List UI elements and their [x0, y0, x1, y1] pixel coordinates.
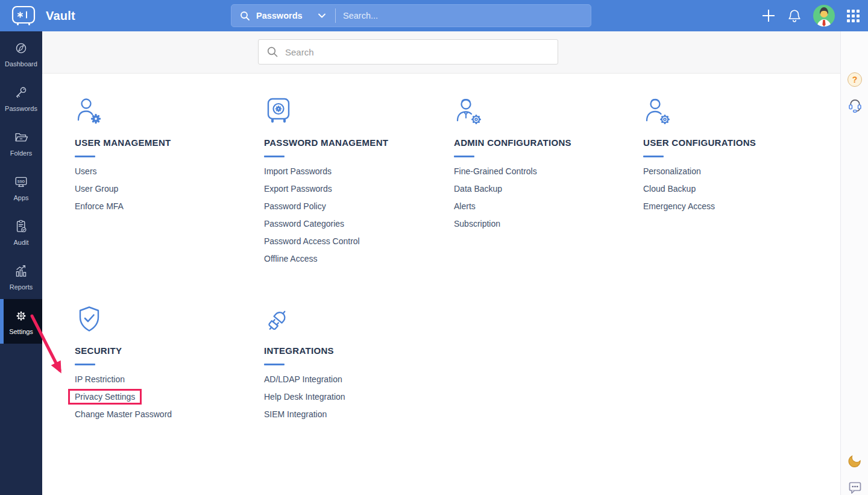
title-underline [454, 156, 474, 157]
link-emergency-access[interactable]: Emergency Access [643, 201, 715, 211]
section-user-management: USER MANAGEMENT Users User Group Enforce… [75, 96, 256, 215]
sidebar-item-apps[interactable]: SSO Apps [0, 165, 42, 210]
bell-icon [788, 8, 801, 23]
section-links: Personalization Cloud Backup Emergency A… [643, 162, 824, 215]
add-button[interactable] [761, 8, 776, 23]
link-cloud-backup[interactable]: Cloud Backup [643, 184, 696, 194]
link-alerts[interactable]: Alerts [454, 201, 476, 211]
link-import-passwords[interactable]: Import Passwords [264, 166, 332, 176]
section-title: USER MANAGEMENT [75, 137, 256, 148]
sidebar-item-label: Settings [9, 328, 33, 335]
settings-content: USER MANAGEMENT Users User Group Enforce… [42, 31, 840, 495]
right-rail: ? [840, 31, 868, 495]
link-password-policy[interactable]: Password Policy [264, 201, 326, 211]
link-fine-grained-controls[interactable]: Fine-Grained Controls [454, 166, 537, 176]
search-icon [267, 46, 278, 57]
safe-icon [264, 96, 445, 125]
sidebar-item-label: Audit [13, 239, 28, 246]
sidebar-item-reports[interactable]: Reports [0, 254, 42, 299]
sidebar: Dashboard Passwords Folders SSO [0, 31, 42, 495]
title-underline [264, 156, 285, 157]
sidebar-item-label: Apps [13, 194, 28, 201]
section-title: ADMIN CONFIGURATIONS [454, 137, 635, 148]
help-button[interactable]: ? [841, 72, 868, 87]
feedback-button[interactable] [841, 480, 868, 495]
sidebar-item-audit[interactable]: Audit [0, 210, 42, 254]
search-scope-selector[interactable]: Passwords [231, 11, 327, 21]
apps-grid-icon [847, 10, 860, 22]
clipboard-check-icon [13, 218, 30, 235]
section-title: INTEGRATIONS [264, 345, 445, 356]
section-password-management: PASSWORD MANAGEMENT Import Passwords Exp… [264, 96, 445, 267]
section-links: Fine-Grained Controls Data Backup Alerts… [454, 162, 635, 232]
sidebar-item-settings[interactable]: Settings [0, 299, 42, 344]
link-subscription[interactable]: Subscription [454, 219, 500, 229]
search-icon [240, 11, 250, 21]
support-headset-icon [847, 96, 863, 113]
app-title: Vault [46, 9, 75, 23]
link-siem-integration[interactable]: SIEM Integration [264, 409, 327, 419]
link-ad-ldap-integration[interactable]: AD/LDAP Integration [264, 374, 342, 384]
link-privacy-settings[interactable]: Privacy Settings [68, 389, 142, 405]
support-button[interactable] [841, 96, 868, 113]
title-underline [643, 156, 664, 157]
sidebar-item-dashboard[interactable]: Dashboard [0, 31, 42, 76]
link-ip-restriction[interactable]: IP Restriction [75, 374, 125, 384]
night-mode-button[interactable] [841, 453, 868, 469]
section-title: SECURITY [75, 345, 256, 356]
link-export-passwords[interactable]: Export Passwords [264, 184, 332, 194]
vault-logo[interactable] [11, 5, 36, 27]
link-enforce-mfa[interactable]: Enforce MFA [75, 201, 124, 211]
section-links: Import Passwords Export Passwords Passwo… [264, 162, 445, 267]
settings-search-input[interactable] [278, 47, 558, 57]
sidebar-item-folders[interactable]: Folders [0, 121, 42, 165]
key-icon [13, 84, 30, 101]
sidebar-item-passwords[interactable]: Passwords [0, 76, 42, 121]
app-switcher-button[interactable] [847, 10, 860, 22]
sidebar-item-label: Reports [10, 283, 33, 291]
vault-settings-page: Vault Passwords [0, 0, 868, 495]
section-links: Users User Group Enforce MFA [75, 162, 256, 215]
user-avatar[interactable] [813, 5, 835, 27]
link-offline-access[interactable]: Offline Access [264, 254, 317, 263]
help-icon: ? [848, 72, 862, 87]
title-underline [75, 364, 95, 365]
bar-chart-icon [13, 263, 30, 280]
section-integrations: INTEGRATIONS AD/LDAP Integration Help De… [264, 304, 445, 423]
sidebar-item-label: Dashboard [5, 60, 37, 68]
section-security: SECURITY IP Restriction Privacy Settings… [75, 304, 256, 423]
link-personalization[interactable]: Personalization [643, 166, 701, 176]
plus-icon [761, 8, 776, 23]
link-user-group[interactable]: User Group [75, 184, 118, 194]
compass-icon [13, 40, 30, 57]
search-scope-label: Passwords [256, 11, 303, 20]
sidebar-item-label: Passwords [5, 105, 37, 112]
link-password-categories[interactable]: Password Categories [264, 219, 344, 229]
avatar [813, 5, 835, 27]
link-password-access-control[interactable]: Password Access Control [264, 236, 360, 246]
topbar: Vault Passwords [0, 0, 868, 31]
section-title: PASSWORD MANAGEMENT [264, 137, 445, 148]
svg-text:SSO: SSO [17, 180, 25, 183]
section-admin-configurations: ADMIN CONFIGURATIONS Fine-Grained Contro… [454, 96, 635, 232]
chevron-down-icon [318, 13, 326, 18]
sidebar-item-label: Folders [10, 150, 33, 157]
sso-monitor-icon: SSO [13, 174, 30, 191]
feedback-icon [848, 480, 863, 495]
section-title: USER CONFIGURATIONS [643, 137, 824, 148]
link-change-master-password[interactable]: Change Master Password [75, 409, 172, 419]
admin-user-gear-icon [454, 96, 635, 125]
vault-logo-icon [11, 5, 36, 27]
link-data-backup[interactable]: Data Backup [454, 184, 502, 194]
plug-icon [264, 304, 445, 333]
section-links: IP Restriction Privacy Settings Change M… [75, 370, 256, 423]
link-users[interactable]: Users [75, 166, 97, 176]
folder-icon [13, 129, 30, 146]
topbar-search: Passwords [231, 4, 591, 27]
section-user-configurations: USER CONFIGURATIONS Personalization Clou… [643, 96, 824, 215]
link-help-desk-integration[interactable]: Help Desk Integration [264, 392, 345, 402]
shield-check-icon [75, 304, 256, 333]
topbar-actions [761, 0, 860, 31]
topbar-search-input[interactable] [336, 11, 591, 20]
notifications-button[interactable] [788, 8, 801, 23]
